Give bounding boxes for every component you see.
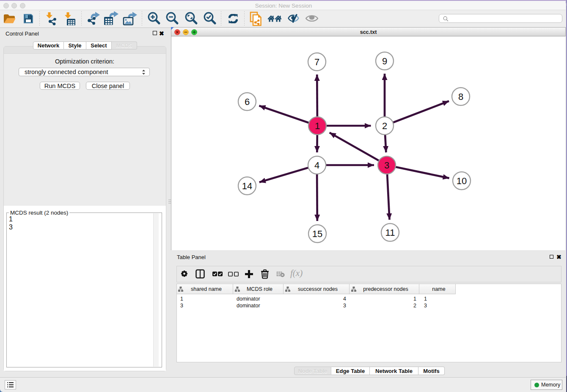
- svg-text:2: 2: [382, 121, 387, 131]
- svg-text:11: 11: [385, 227, 395, 238]
- svg-text:6: 6: [245, 97, 250, 107]
- svg-text:15: 15: [312, 229, 322, 239]
- svg-text:7: 7: [314, 57, 319, 67]
- svg-text:14: 14: [242, 181, 252, 191]
- svg-text:9: 9: [382, 56, 387, 66]
- svg-text:10: 10: [457, 176, 467, 186]
- svg-text:4: 4: [314, 160, 319, 171]
- svg-text:3: 3: [384, 160, 389, 171]
- svg-text:1: 1: [315, 121, 320, 131]
- svg-text:8: 8: [458, 91, 463, 102]
